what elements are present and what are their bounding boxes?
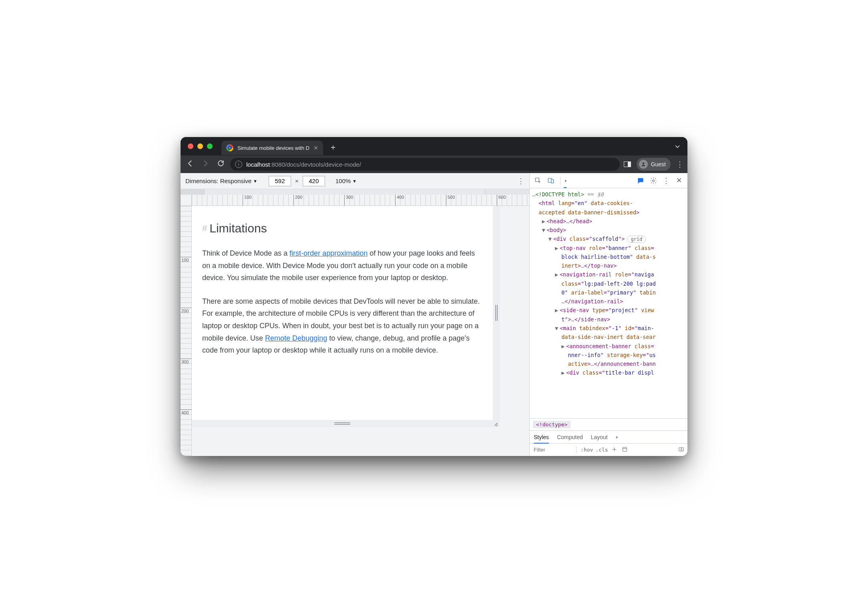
tab-strip: Simulate mobile devices with D ✕ [181,137,687,155]
forward-button[interactable] [200,159,211,169]
tab-title: Simulate mobile devices with D [237,145,309,151]
resize-handle-corner[interactable] [493,420,500,427]
styles-filter-input[interactable] [532,445,572,454]
window-maximize-button[interactable] [207,143,213,149]
tab-styles[interactable]: Styles [534,434,549,440]
page-heading: # Limitations [202,218,482,238]
svg-rect-2 [551,180,554,183]
link-remote-debugging[interactable]: Remote Debugging [265,334,327,342]
avatar-icon [639,160,648,169]
profile-chip[interactable]: Guest [637,158,671,171]
browser-menu-button[interactable]: ⋮ [676,160,683,169]
resize-handle-bottom[interactable] [192,420,493,427]
height-input[interactable] [303,176,325,186]
window-controls [188,143,213,149]
styles-toolbar: :hov .cls [530,443,687,456]
browser-toolbar: i localhost:8080/docs/devtools/device-mo… [181,155,687,173]
panel-tabs-overflow[interactable]: ›› [565,177,566,184]
hov-toggle[interactable]: :hov [581,447,593,453]
cls-toggle[interactable]: .cls [595,447,608,453]
device-toolbar: Dimensions: Responsive ▼ × 100% ▼ ⋮ [181,173,529,189]
paragraph-1: Think of Device Mode as a first-order ap… [202,247,482,284]
styles-tabs: Styles Computed Layout ›› [530,430,687,443]
inspect-element-icon[interactable] [533,175,543,186]
svg-rect-5 [679,448,683,451]
ruler-corner [181,195,192,206]
feedback-icon[interactable] [635,175,646,186]
dimension-separator: × [294,177,299,184]
dimensions-label: Dimensions: Responsive [185,177,251,184]
ruler-row: 100200300400500600 [181,195,529,206]
styles-sidebar-toggle-icon[interactable] [677,446,685,454]
vertical-ruler: 100200300400 [181,206,192,456]
window-minimize-button[interactable] [197,143,203,149]
device-toolbar-menu[interactable]: ⋮ [517,177,524,186]
profile-label: Guest [651,161,666,167]
back-button[interactable] [185,159,196,169]
settings-gear-icon[interactable] [648,175,659,186]
breadcrumb-doctype[interactable]: <!doctype> [533,421,571,428]
reload-button[interactable] [215,159,226,169]
computed-styles-icon[interactable] [621,446,629,454]
horizontal-ruler: 100200300400500600 [192,195,529,206]
styles-tabs-overflow[interactable]: ›› [616,434,617,440]
address-bar[interactable]: i localhost:8080/docs/devtools/device-mo… [230,158,620,171]
tab-layout[interactable]: Layout [591,434,608,440]
svg-rect-4 [623,447,627,451]
width-input[interactable] [269,176,291,186]
new-tab-button[interactable] [327,141,339,153]
devtools-close-icon[interactable]: ✕ [674,175,684,186]
tab-computed[interactable]: Computed [557,434,583,440]
emulated-viewport: # Limitations Think of Device Mode as a … [192,206,493,420]
browser-window: Simulate mobile devices with D ✕ i local… [181,137,687,456]
side-panel-toggle-icon[interactable] [624,161,631,167]
dimensions-dropdown[interactable]: Dimensions: Responsive ▼ [185,177,257,184]
tab-search-chevron-icon[interactable] [674,143,681,152]
device-toolbar-toggle-icon[interactable] [546,175,556,186]
device-mode-pane: Dimensions: Responsive ▼ × 100% ▼ ⋮ [181,173,530,456]
elements-dom-tree[interactable]: …<!DOCTYPE html> == $0 <html lang="en" d… [530,188,687,418]
zoom-dropdown[interactable]: 100% ▼ [336,177,357,184]
site-info-icon[interactable]: i [235,161,242,168]
paragraph-2: There are some aspects of mobile devices… [202,295,482,357]
grid-badge[interactable]: grid [627,236,646,243]
link-first-order-approximation[interactable]: first-order approximation [289,249,368,257]
devtools-toolbar: ›› ⋮ ✕ [530,173,687,188]
new-style-rule-icon[interactable] [611,446,619,454]
browser-tab[interactable]: Simulate mobile devices with D ✕ [221,141,323,155]
chrome-favicon [226,144,233,151]
window-close-button[interactable] [188,143,193,149]
zoom-value: 100% [336,177,351,184]
dropdown-caret-icon: ▼ [352,179,357,184]
devtools-panel: ›› ⋮ ✕ …<!DOCTYPE html> == $0 <html lang… [530,173,687,456]
elements-breadcrumb[interactable]: <!doctype> [530,418,687,430]
breakpoint-bar[interactable] [181,189,529,195]
svg-point-3 [653,180,655,182]
resize-handle-right[interactable] [493,206,500,420]
devtools-menu-icon[interactable]: ⋮ [661,175,671,186]
tab-close-icon[interactable]: ✕ [313,145,318,151]
page-content: # Limitations Think of Device Mode as a … [192,206,493,357]
heading-anchor-icon[interactable]: # [202,221,207,236]
dropdown-caret-icon: ▼ [253,179,257,184]
url-text: localhost:8080/docs/devtools/device-mode… [246,161,361,168]
